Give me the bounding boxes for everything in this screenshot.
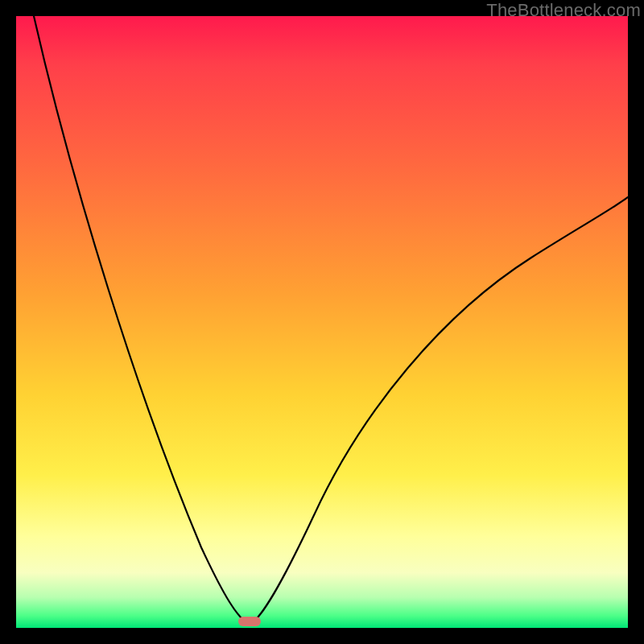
chart-plot-area	[16, 16, 628, 628]
chart-curve-layer	[16, 16, 628, 628]
balance-point-marker	[238, 617, 261, 626]
bottleneck-curve	[34, 16, 628, 625]
